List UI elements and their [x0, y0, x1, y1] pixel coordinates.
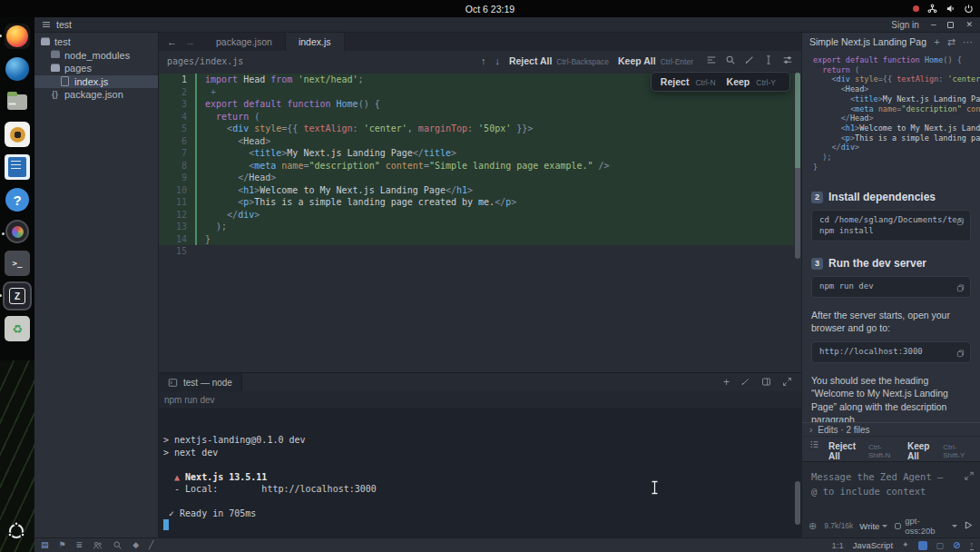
zed-icon[interactable]	[5, 283, 30, 309]
edit-prediction-icon[interactable]: ✦	[902, 541, 909, 549]
running-indicator	[0, 34, 2, 37]
code-line[interactable]: 6 <Head>	[159, 135, 794, 148]
search-icon[interactable]	[725, 53, 736, 69]
code-line[interactable]: 14}	[159, 233, 794, 246]
cursor-position[interactable]: 1:1	[831, 540, 843, 550]
hunk-keep-button[interactable]: Keep	[727, 76, 750, 87]
maximize-terminal-icon[interactable]	[782, 374, 792, 390]
rhythmbox-icon[interactable]	[5, 122, 30, 147]
close-button[interactable]: ✕	[965, 20, 973, 29]
restore-button[interactable]	[947, 22, 954, 28]
copy-icon[interactable]	[956, 214, 965, 231]
distro-logo-icon[interactable]	[6, 521, 26, 545]
system-tray[interactable]	[913, 0, 974, 17]
reject-all-button[interactable]: Reject All Ctrl-Backspace	[509, 55, 609, 66]
screenshot-icon[interactable]	[5, 220, 29, 243]
code-line[interactable]: 13 );	[159, 221, 794, 233]
agent-reject-all-button[interactable]: Reject All	[828, 441, 863, 461]
files-icon[interactable]	[5, 89, 30, 114]
code-line[interactable]: 3export default function Home() {	[159, 98, 794, 111]
tab-index.js[interactable]: index.js	[286, 33, 345, 51]
tree-item-index.js[interactable]: index.js	[34, 75, 158, 89]
search-panel-icon[interactable]	[113, 537, 122, 552]
terminal-scrollbar[interactable]	[795, 481, 800, 525]
next-hunk-icon[interactable]: ↓	[495, 55, 500, 66]
code-line[interactable]: 12 </div>	[159, 209, 794, 222]
composer-options-icon[interactable]: ⊕	[808, 521, 817, 531]
new-thread-icon[interactable]: +	[934, 37, 939, 47]
code-line[interactable]: 5 <div style={{ textAlign: 'center', mar…	[159, 123, 794, 135]
keep-all-button[interactable]: Keep All Ctrl-Enter	[618, 55, 693, 66]
diagnostics-icon[interactable]: ╱	[149, 541, 153, 549]
sign-in-button[interactable]: Sign in	[891, 20, 919, 30]
inline-assist-icon[interactable]	[744, 53, 755, 69]
send-icon[interactable]	[964, 518, 974, 534]
collab-panel-icon[interactable]	[93, 537, 103, 552]
line-number: 15	[159, 245, 195, 258]
terminal-toggle-icon[interactable]	[918, 541, 927, 550]
code-line[interactable]: 10 <h1>Welcome to My Next.js Landing Pag…	[159, 184, 794, 197]
update-icon[interactable]: ↑	[970, 541, 975, 550]
code-line[interactable]: 7 <title>My Next.js Landing Page</title>	[159, 147, 794, 160]
review-list-icon[interactable]	[809, 437, 819, 453]
trash-icon[interactable]	[5, 316, 30, 341]
code-line[interactable]: 15	[159, 245, 794, 258]
review-changes-icon[interactable]	[706, 53, 717, 69]
tab-package.json[interactable]: package.json	[203, 33, 286, 51]
line-content: <Head>	[195, 135, 794, 148]
nav-back-icon[interactable]: ←	[167, 36, 177, 47]
text-cursor-icon[interactable]	[763, 53, 774, 69]
agent-paragraph-browser: After the server starts, open your brows…	[811, 309, 971, 335]
firefox-icon[interactable]	[5, 24, 30, 49]
new-terminal-icon[interactable]: +	[723, 376, 730, 389]
code-line[interactable]: 9 </Head>	[159, 172, 794, 184]
editor-settings-icon[interactable]	[782, 53, 793, 69]
editor-scrollbar[interactable]	[795, 73, 800, 259]
panel-menu-icon[interactable]: ⋯	[963, 37, 973, 47]
thunderbird-icon[interactable]	[5, 56, 30, 82]
tree-item-node_modules[interactable]: node_modules	[34, 49, 158, 63]
inline-assist-terminal-icon[interactable]	[740, 374, 750, 390]
project-title[interactable]: test	[56, 19, 72, 30]
mode-selector[interactable]: Write	[859, 521, 887, 531]
agent-keep-all-button[interactable]: Keep All	[907, 441, 937, 461]
code-editor[interactable]: 1import Head from 'next/head';2 +3export…	[159, 71, 801, 372]
breadcrumb[interactable]: pages/index.js	[167, 56, 243, 66]
language-selector[interactable]: JavaScript	[853, 540, 893, 550]
code-line[interactable]: 11 <p>This is a simple landing page crea…	[159, 196, 794, 209]
thread-history-icon[interactable]: ⇄	[947, 37, 956, 47]
message-composer[interactable]: Message the Zed Agent — @ to include con…	[802, 461, 980, 537]
folder-icon	[50, 52, 60, 58]
project-panel-toggle-icon[interactable]: ▤	[41, 541, 49, 549]
terminal-tab[interactable]: test — node	[159, 373, 242, 391]
split-pane-icon[interactable]	[761, 374, 771, 390]
copy-icon[interactable]	[956, 346, 965, 362]
assistant-panel-icon[interactable]: ◆	[132, 541, 139, 549]
help-icon[interactable]	[5, 187, 30, 212]
code-line[interactable]: 4 return (	[159, 111, 794, 123]
flag-icon[interactable]: ⚑	[59, 541, 66, 549]
copy-icon[interactable]	[956, 281, 965, 297]
hunk-reject-button[interactable]: Reject	[661, 76, 690, 87]
terminal-output[interactable]: > nextjs-landing@0.1.0 dev> next dev ▲ N…	[159, 409, 801, 537]
prev-hunk-icon[interactable]: ↑	[481, 55, 486, 66]
outline-panel-icon[interactable]: ≣	[76, 541, 83, 549]
code-line[interactable]: 8 <meta name="description" content="Simp…	[159, 160, 794, 172]
copilot-icon[interactable]: ⊘	[953, 541, 960, 550]
terminal-icon[interactable]	[5, 251, 30, 276]
step-heading: 2Install dependencies	[811, 191, 971, 203]
model-selector[interactable]: gpt-oss:20b	[894, 516, 957, 536]
clock[interactable]: Oct 6 23:19	[466, 4, 514, 15]
tree-item-pages[interactable]: pages	[34, 62, 158, 75]
writer-icon[interactable]	[5, 154, 30, 180]
docs-icon[interactable]: ▢	[936, 541, 945, 550]
tree-item-test[interactable]: test	[34, 35, 158, 49]
agent-thread[interactable]: export default function Home() { return …	[802, 51, 980, 422]
edits-summary-bar[interactable]: › Edits · 2 files	[802, 422, 980, 436]
nav-forward-icon[interactable]: →	[185, 36, 195, 47]
minimize-button[interactable]: –	[931, 20, 936, 29]
thread-title[interactable]: Simple Next.js Landing Page Example	[809, 36, 926, 47]
app-menu-icon[interactable]	[42, 20, 51, 29]
tree-item-package.json[interactable]: {}package.json	[34, 88, 158, 102]
expand-composer-icon[interactable]	[965, 468, 974, 484]
